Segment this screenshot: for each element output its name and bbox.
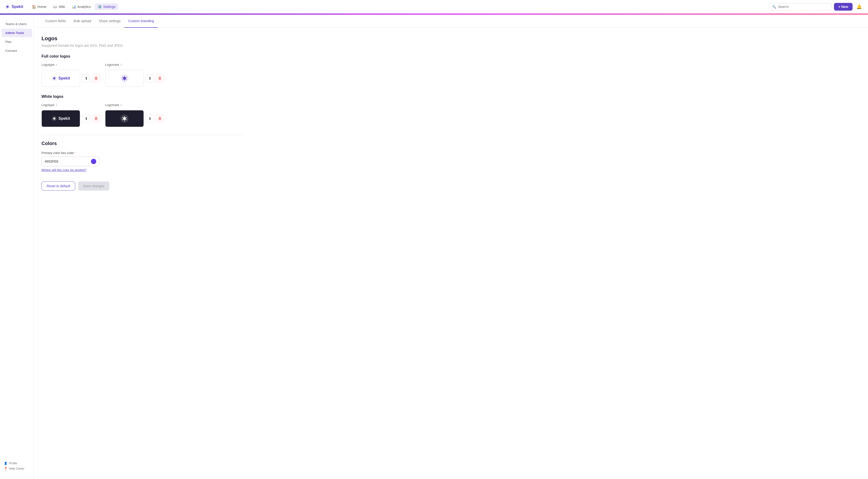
white-logotype-col: Logotype ℹ Spekit [41, 103, 100, 127]
logotype-info-icon: ℹ [56, 63, 57, 67]
topnav: Spekit 🏠 Home 📖 Wiki 📊 Analytics ⚙️ Sett… [0, 0, 868, 13]
wiki-icon: 📖 [53, 5, 57, 9]
tab-bulk-upload-label: Bulk upload [73, 19, 91, 23]
home-icon: 🏠 [32, 5, 36, 9]
white-logotype-upload-btn[interactable]: ⬆ [82, 114, 90, 123]
white-logotype-box: Spekit [41, 110, 80, 127]
nav-wiki-label: Wiki [59, 5, 65, 9]
search-box[interactable]: 🔍 [769, 3, 832, 10]
sidebar-admin-tools-label: Admin Tools [5, 31, 24, 35]
colors-section: Colors Primary color hex code* Where wil… [41, 141, 243, 172]
new-button[interactable]: + New [834, 3, 852, 10]
white-logotype-delete-btn[interactable]: 🗑 [92, 114, 100, 123]
white-logotype-row: Spekit ⬆ 🗑 [41, 110, 100, 127]
nav-analytics[interactable]: 📊 Analytics [69, 3, 94, 10]
nav-home-label: Home [37, 5, 46, 9]
white-logos-title: White logos [41, 95, 243, 99]
full-color-logomark-actions: ⬆ 🗑 [146, 74, 164, 82]
colors-section-title: Colors [41, 141, 243, 146]
nav-settings[interactable]: ⚙️ Settings [95, 3, 119, 10]
profile-icon: 👤 [4, 461, 7, 465]
full-color-logomark-row: ⬆ 🗑 [105, 70, 164, 87]
color-input-wrap[interactable] [41, 157, 99, 166]
white-logotype-label-row: Logotype ℹ [41, 103, 100, 107]
full-color-logotype-label-row: Logotype ℹ [41, 63, 100, 67]
white-logomark-delete-btn[interactable]: 🗑 [156, 114, 164, 123]
search-input[interactable] [778, 5, 829, 9]
spekit-logo-icon [5, 4, 10, 9]
search-icon: 🔍 [772, 5, 776, 9]
full-color-logomark-box [105, 70, 144, 87]
full-color-logotype-delete-btn[interactable]: 🗑 [92, 74, 100, 82]
subtabs: Custom fields Bulk upload Share settings… [34, 15, 868, 28]
spekit-logotype-text: Spekit [58, 76, 70, 80]
tab-share-settings[interactable]: Share settings [95, 15, 124, 28]
primary-color-input[interactable] [44, 160, 89, 163]
tab-custom-fields-label: Custom fields [45, 19, 66, 23]
nav-analytics-label: Analytics [78, 5, 91, 9]
white-logos-section: White logos Logotype ℹ [41, 95, 243, 127]
spekit-logomark-svg [120, 74, 129, 83]
bottom-buttons: Reset to default Save changes [41, 181, 243, 200]
white-logomark-box [105, 110, 144, 127]
color-application-link[interactable]: Where will this color be applied? [41, 168, 243, 172]
sidebar-item-connect[interactable]: Connect [1, 46, 32, 55]
full-color-logomark-delete-btn[interactable]: 🗑 [156, 74, 164, 82]
nav-settings-label: Settings [103, 5, 116, 9]
full-color-logotype-row: Spekit ⬆ 🗑 [41, 70, 100, 87]
spekit-logotype-star [52, 76, 57, 81]
full-color-section: Full color logos Logotype ℹ [41, 54, 243, 87]
sidebar-item-admin-tools[interactable]: Admin Tools [1, 29, 32, 37]
app-logo[interactable]: Spekit [5, 4, 23, 9]
logomark-info-icon: ℹ [121, 63, 122, 67]
sidebar-profile-label: Profile [9, 461, 17, 465]
full-color-logotype-box: Spekit [41, 70, 80, 87]
spekit-white-logotype-star [52, 116, 57, 121]
white-logomark-upload-btn[interactable]: ⬆ [146, 114, 154, 123]
sidebar-item-teams-users[interactable]: Teams & Users [1, 20, 32, 28]
notification-button[interactable]: 🔔 [855, 3, 863, 11]
sidebar-connect-label: Connect [5, 49, 17, 53]
reset-to-default-button[interactable]: Reset to default [41, 181, 75, 191]
tab-custom-branding[interactable]: Custom branding [124, 15, 158, 28]
full-color-logotype-actions: ⬆ 🗑 [82, 74, 100, 82]
sidebar: Teams & Users Admin Tools Plan Connect 👤… [0, 15, 34, 479]
white-logomark-actions: ⬆ 🗑 [146, 114, 164, 123]
white-logomark-label: Logomark [105, 103, 119, 107]
tab-custom-branding-label: Custom branding [128, 19, 154, 23]
full-color-logomark-upload-btn[interactable]: ⬆ [146, 74, 154, 82]
white-logomark-info-icon: ℹ [121, 103, 122, 107]
main-content: Custom fields Bulk upload Share settings… [34, 15, 868, 479]
nav-wiki[interactable]: 📖 Wiki [50, 3, 68, 10]
tab-share-settings-label: Share settings [99, 19, 121, 23]
full-color-logomark-label: Logomark [105, 63, 119, 67]
save-changes-button[interactable]: Save changes [78, 181, 109, 191]
settings-icon: ⚙️ [98, 5, 102, 9]
spekit-white-logotype-mock: Spekit [52, 116, 70, 121]
white-logomark-row: ⬆ 🗑 [105, 110, 164, 127]
primary-color-label: Primary color hex code* [41, 151, 243, 155]
new-button-label: + New [838, 5, 848, 9]
spekit-white-logotype-text: Spekit [58, 116, 70, 121]
full-color-logotype-upload-btn[interactable]: ⬆ [82, 74, 90, 82]
white-logomark-col: Logomark ℹ ⬆ [105, 103, 164, 127]
required-asterisk: * [74, 151, 75, 155]
tab-custom-fields[interactable]: Custom fields [41, 15, 70, 28]
white-logotype-label: Logotype [41, 103, 55, 107]
sidebar-profile-link[interactable]: 👤 Profile [4, 461, 30, 465]
nav-home[interactable]: 🏠 Home [29, 3, 49, 10]
sidebar-plan-label: Plan [5, 40, 11, 44]
full-color-logomark-col: Logomark ℹ ⬆ [105, 63, 164, 87]
topnav-right: 🔍 + New 🔔 [769, 3, 863, 11]
logos-section-subtitle: Supported formats for logos are SVG, PNG… [41, 44, 243, 47]
sidebar-help-label: Help Center [9, 467, 24, 470]
full-color-title: Full color logos [41, 54, 243, 59]
sidebar-item-plan[interactable]: Plan [1, 38, 32, 46]
full-color-logotype-label: Logotype [41, 63, 55, 67]
sidebar-help-link[interactable]: ❓ Help Center [4, 467, 30, 470]
help-icon: ❓ [4, 467, 7, 470]
white-logo-grid: Logotype ℹ Spekit [41, 103, 243, 127]
tab-bulk-upload[interactable]: Bulk upload [70, 15, 95, 28]
analytics-icon: 📊 [72, 5, 76, 9]
section-divider [41, 135, 243, 135]
